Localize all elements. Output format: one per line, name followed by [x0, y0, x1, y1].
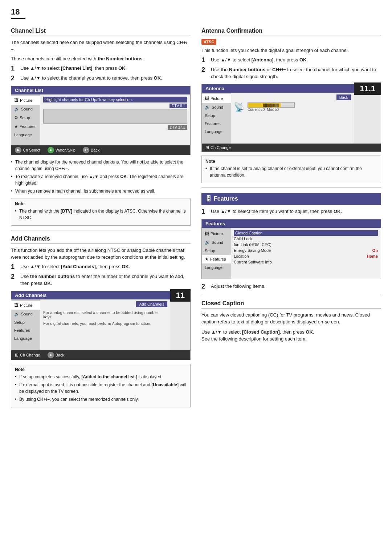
features-ui-header: Features [202, 219, 381, 228]
signal-values: Current 50 Max 50 [248, 108, 295, 112]
channel-list-section: Channel List The channels selected here … [11, 28, 191, 226]
left-column: Channel List The channels selected here … [11, 23, 191, 411]
channel-list-ui-header: Channel List [11, 86, 190, 94]
channel-list-content: Highlight channels for Ch Up/Down key se… [40, 94, 190, 145]
add-channels-content: Add Channels For analog channels, select… [40, 299, 170, 350]
channel-list-ui: Channel List 🖼 Picture 🔊 Sound ⚙ [11, 86, 191, 155]
ch-select-icon: ▶ [15, 147, 21, 153]
channel-list-tooltip: Highlight channels for Ch Up/Down key se… [43, 97, 187, 102]
features-sidebar: 🖼 Picture 🔊 Sound Setup ★ Features [202, 228, 231, 279]
antenna-tower-icon: 📡 [234, 102, 245, 112]
add-channels-note: Note If setup completes successfully, [A… [11, 364, 191, 407]
ant-sidebar-setup[interactable]: Setup [202, 112, 231, 120]
channel-list-step1: 1 Use ▲/▼ to select [Channel List], then… [11, 65, 191, 72]
features-step1: 1 Use ▲/▼ to select the item you want to… [201, 208, 381, 215]
ch-change-icon: ⊞ [15, 352, 19, 358]
features-content: Closed Caption Child Lock fun-Link (HDMI… [231, 228, 381, 279]
features-menu-software-info[interactable]: Current Software Info [234, 259, 378, 265]
add-channels-title: Add Channels [11, 235, 191, 244]
ac-sidebar-language[interactable]: Language [11, 334, 40, 342]
ant-sidebar-features[interactable]: Features [202, 120, 231, 128]
channel-list-desc: The channels selected here can be skippe… [11, 39, 191, 53]
page-number: 18 [11, 7, 25, 19]
ac-sound-icon: 🔊 [14, 311, 20, 317]
features-section-icon: 🎛 [205, 195, 212, 203]
features-icon-cl: ★ [14, 124, 18, 129]
channel-list-sidebar: 🖼 Picture 🔊 Sound ⚙ Setup ★ [11, 94, 40, 145]
closed-caption-section: Closed Caption You can view closed capti… [201, 300, 381, 343]
add-channels-line1: For analog channels, select a channel to… [43, 310, 167, 319]
ac-sidebar-picture[interactable]: 🖼 Picture [11, 301, 40, 310]
back-item: ↩ Back [83, 147, 99, 153]
closed-caption-title: Closed Caption [201, 300, 381, 309]
back-icon-cl: ↩ [83, 147, 89, 153]
ac-back: ● Back [48, 352, 64, 358]
features-menu-child-lock[interactable]: Child Lock [234, 236, 378, 242]
ant-sidebar-language[interactable]: Language [202, 128, 231, 136]
sidebar-item-features[interactable]: ★ Features [11, 122, 40, 131]
ant-ch-change-icon: ⊞ [205, 145, 209, 150]
picture-icon: 🖼 [14, 98, 19, 103]
antenna-number: 11.1 [354, 82, 381, 95]
features-menu-location[interactable]: Location Home [234, 253, 378, 259]
add-channels-ui: Add Channels 🖼 Picture 🔊 Sound Setup [11, 291, 191, 360]
channel-list-ui-body: 🖼 Picture 🔊 Sound ⚙ Setup ★ [11, 94, 190, 145]
antenna-footer: ⊞ Ch Change [202, 144, 381, 152]
antenna-back-btn[interactable]: Back [336, 95, 351, 100]
channel-rows [43, 109, 187, 124]
dtv-badge1: DTV 8.1 [170, 104, 187, 108]
add-channels-line2: For digital channels, you must perform A… [43, 321, 167, 326]
features-ui-body: 🖼 Picture 🔊 Sound Setup ★ Features [202, 228, 381, 279]
sidebar-item-picture[interactable]: 🖼 Picture [11, 96, 40, 105]
antenna-desc: This function lets you check the digital… [201, 47, 381, 54]
ac-picture-icon: 🖼 [14, 303, 19, 308]
ac-sidebar-setup[interactable]: Setup [11, 318, 40, 326]
ac-sidebar-sound[interactable]: 🔊 Sound [11, 310, 40, 318]
signal-bar-track: |||||||||||||||| [248, 102, 295, 108]
ant-picture-icon: 🖼 [205, 96, 209, 101]
feat-sidebar-sound[interactable]: 🔊 Sound [202, 238, 231, 247]
setup-icon: ⚙ [14, 115, 18, 120]
antenna-step2: 2 Use the Number buttons or CH+/− to sel… [201, 66, 381, 80]
bullet-2: To reactivate a removed channel, use ▲/▼… [11, 173, 191, 186]
ac-sidebar-features[interactable]: Features [11, 326, 40, 334]
add-channels-desc: This function lets you add the off the a… [11, 247, 191, 261]
bullet-3: When you remove a main channel, its subc… [11, 188, 191, 194]
add-channels-sidebar: 🖼 Picture 🔊 Sound Setup Features [11, 299, 40, 350]
atsc-badge: ATSC [201, 39, 216, 45]
channel-list-footer: ▶ Ch Select ● Watch/Skip ↩ Back [11, 145, 190, 155]
features-menu-energy-saving[interactable]: Energy Saving Mode On [234, 247, 378, 253]
sidebar-item-setup[interactable]: ⚙ Setup [11, 113, 40, 122]
dtv-badge2: DTV 37.1 [168, 125, 187, 130]
feat-sidebar-language[interactable]: Language [202, 263, 231, 271]
sound-icon: 🔊 [14, 106, 20, 112]
sidebar-item-language[interactable]: Language [11, 131, 40, 139]
bullet-1: The channel display for the removed chan… [11, 159, 191, 172]
add-channels-section: Add Channels This function lets you add … [11, 235, 191, 407]
ant-sidebar-picture[interactable]: 🖼 Picture [202, 94, 231, 103]
features-menu-closed-caption[interactable]: Closed Caption [234, 230, 378, 236]
feat-sidebar-picture[interactable]: 🖼 Picture [202, 229, 231, 238]
right-column: Antenna Confirmation ATSC This function … [201, 23, 381, 411]
ant-sound-icon: 🔊 [205, 105, 210, 110]
closed-caption-desc: You can view closed captioning (CC) for … [201, 311, 381, 326]
ant-sidebar-sound[interactable]: 🔊 Sound [202, 103, 231, 112]
sidebar-item-sound[interactable]: 🔊 Sound [11, 105, 40, 113]
add-channels-btn[interactable]: Add Channels [136, 302, 167, 307]
feat-sidebar-features[interactable]: ★ Features [202, 255, 231, 263]
add-channels-footer: ⊞ Ch Change ● Back [11, 350, 190, 360]
features-step2: 2 Adjust the following items. [201, 283, 381, 290]
add-channels-ui-body: 🖼 Picture 🔊 Sound Setup Features [11, 299, 170, 350]
features-section: 🎛 Features 1 Use ▲/▼ to select the item … [201, 193, 381, 290]
ac-back-icon: ● [48, 352, 54, 358]
ant-ch-change: ⊞ Ch Change [205, 145, 231, 150]
antenna-ui-body: 🖼 Picture 🔊 Sound Setup Features [202, 93, 354, 144]
ch-select-item: ▶ Ch Select [15, 147, 40, 153]
antenna-section: Antenna Confirmation ATSC This function … [201, 28, 381, 183]
antenna-step1: 1 Use ▲/▼ to select [Antenna], then pres… [201, 56, 381, 64]
signal-bar-label: |||||||||||||||| [248, 103, 294, 107]
channel-list-desc2: Those channels can still be selected wit… [11, 55, 191, 63]
features-menu-fun-link[interactable]: fun-Link (HDMI CEC) [234, 242, 378, 247]
watch-skip-item: ● Watch/Skip [48, 147, 75, 153]
feat-sidebar-setup[interactable]: Setup [202, 247, 231, 255]
